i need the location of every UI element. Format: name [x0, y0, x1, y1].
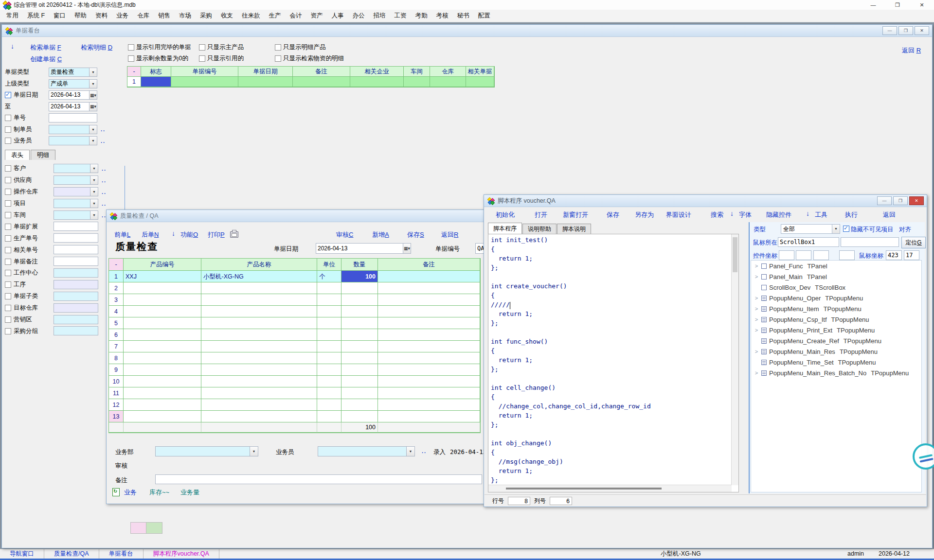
functions-link[interactable]: 功能O — [180, 230, 198, 239]
tree-item[interactable]: PopupMenu_Time_Set TPopupMenu — [751, 357, 921, 368]
filter-input[interactable] — [54, 233, 98, 243]
minimize-icon[interactable]: — — [877, 196, 892, 205]
filter-input[interactable] — [54, 303, 98, 313]
cell-product-name[interactable] — [201, 399, 317, 411]
checkbox-icon[interactable] — [5, 224, 11, 230]
hide-invisible-checkbox[interactable] — [843, 226, 849, 232]
cell-product-name[interactable] — [201, 282, 317, 294]
menu-item[interactable]: 资产 — [306, 12, 327, 20]
cell-unit[interactable] — [317, 317, 341, 329]
lookup-dots[interactable]: .. — [101, 138, 106, 144]
cell-product-code[interactable]: XXJ — [124, 271, 201, 282]
checkbox-icon[interactable] — [5, 165, 11, 172]
checkbox-icon[interactable] — [5, 270, 11, 276]
ctrl-x2-input[interactable] — [813, 250, 829, 260]
filter-input[interactable] — [54, 268, 98, 278]
column-header[interactable]: 车间 — [404, 67, 430, 77]
menu-item[interactable]: 仓库 — [133, 12, 154, 20]
expand-icon[interactable]: > — [754, 274, 759, 280]
ctrl-y2-input[interactable] — [839, 250, 855, 260]
table-row[interactable]: 4 — [109, 306, 480, 317]
open-new-window-link[interactable]: 新窗打开 — [563, 210, 588, 219]
cell-quantity[interactable] — [341, 352, 378, 364]
column-header[interactable]: - — [109, 259, 124, 271]
filter-checkbox[interactable]: 显示引用完毕的单据 — [128, 43, 191, 52]
cell-product-code[interactable] — [124, 376, 201, 387]
expand-icon[interactable]: > — [754, 263, 759, 269]
table-row[interactable]: 8 — [109, 352, 480, 364]
cell-product-name[interactable] — [201, 317, 317, 329]
filter-input[interactable]: 2026-04-13 — [49, 90, 97, 100]
cell-product-code[interactable] — [124, 341, 201, 352]
cell-product-name[interactable] — [201, 376, 317, 387]
filter-checkbox[interactable]: 只显示引用的 — [199, 54, 244, 63]
tab[interactable]: 脚本程序 — [488, 223, 522, 234]
back-link[interactable]: 返回 — [883, 210, 896, 219]
cell-quantity[interactable] — [341, 329, 378, 341]
expand-icon[interactable]: > — [754, 306, 759, 312]
cell-unit[interactable] — [317, 387, 341, 399]
cell-unit[interactable] — [317, 282, 341, 294]
cell-product-code[interactable] — [124, 294, 201, 306]
checkbox-icon[interactable] — [128, 55, 134, 62]
menu-item[interactable]: 采购 — [196, 12, 216, 20]
table-row[interactable]: 10 — [109, 376, 480, 387]
menu-item[interactable]: 人事 — [327, 12, 348, 20]
down-arrow-icon[interactable]: ↓ — [806, 210, 809, 217]
doc-date-input[interactable]: 2026-04-13 — [316, 243, 411, 254]
tree-item[interactable]: > Panel_Main TPanel — [751, 271, 921, 282]
column-header[interactable]: 相关单据 — [466, 67, 494, 77]
filter-input[interactable]: 产成单 — [49, 79, 97, 88]
filter-input[interactable] — [54, 210, 98, 220]
row-number[interactable]: 13 — [109, 411, 124, 422]
code-editor[interactable]: int init_test(){ return 1;};int create_v… — [488, 234, 739, 492]
tree-item[interactable]: > PopupMenu_Main_Res TPopupMenu — [751, 346, 921, 357]
menu-item[interactable]: 会计 — [286, 12, 306, 20]
cell-quantity[interactable] — [341, 376, 378, 387]
stock-link[interactable]: 库存~~ — [149, 488, 169, 497]
filter-checkbox[interactable]: 只显示检索物资的明细 — [275, 54, 344, 63]
column-header[interactable]: 相关企业 — [350, 67, 404, 77]
script-titlebar[interactable]: 脚本程序 voucher.QA — ❐ ✕ — [484, 195, 927, 207]
column-header[interactable]: 产品名称 — [201, 259, 317, 271]
filter-input[interactable] — [54, 222, 98, 231]
menu-item[interactable]: 配置 — [474, 12, 495, 20]
filter-input[interactable] — [54, 175, 98, 185]
cell-product-code[interactable] — [124, 352, 201, 364]
type-dropdown[interactable]: 全部 — [781, 224, 840, 234]
expand-icon[interactable]: > — [754, 327, 759, 333]
cell-product-name[interactable] — [201, 329, 317, 341]
save-as-link[interactable]: 另存为 — [635, 210, 654, 219]
table-cell[interactable] — [293, 77, 350, 87]
ui-design-link[interactable]: 界面设计 — [666, 210, 691, 219]
table-cell[interactable] — [238, 77, 293, 87]
minimize-icon[interactable]: — — [861, 0, 885, 10]
filter-input[interactable] — [54, 326, 98, 335]
clerk-dropdown[interactable] — [318, 446, 415, 456]
checkbox-icon[interactable] — [5, 138, 11, 144]
cell-quantity[interactable] — [341, 341, 378, 352]
taskbar-item[interactable]: 导航窗口 — [0, 549, 44, 559]
filter-input[interactable] — [54, 199, 98, 208]
cell-product-name[interactable] — [201, 306, 317, 317]
checkbox-icon[interactable] — [5, 259, 11, 265]
next-doc-link[interactable]: 后单N — [142, 230, 159, 239]
cell-note[interactable] — [378, 317, 480, 329]
table-row[interactable]: 11 — [109, 387, 480, 399]
menu-item[interactable]: 生产 — [265, 12, 286, 20]
cell-note[interactable] — [378, 341, 480, 352]
filter-input[interactable] — [49, 125, 97, 134]
row-number[interactable]: 8 — [109, 352, 124, 364]
table-row[interactable]: 3 — [109, 294, 480, 306]
column-header[interactable]: 备注 — [378, 259, 480, 271]
save-link[interactable]: 保存 — [607, 210, 619, 219]
filter-input[interactable] — [54, 187, 98, 196]
checkbox-icon[interactable] — [199, 44, 205, 51]
filter-input[interactable] — [54, 164, 98, 173]
expand-icon[interactable]: > — [754, 295, 759, 301]
down-arrow-icon[interactable]: ↓ — [172, 229, 175, 237]
expand-icon[interactable]: > — [754, 370, 759, 376]
row-number[interactable]: 1 — [109, 271, 124, 282]
menu-item[interactable]: 帮助 — [70, 12, 91, 20]
cell-quantity[interactable] — [341, 306, 378, 317]
